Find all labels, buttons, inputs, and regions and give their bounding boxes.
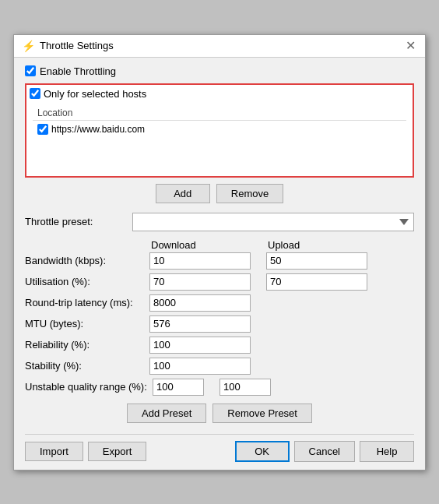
titlebar: ⚡ Throttle Settings ✕ bbox=[14, 35, 425, 58]
bottom-right-buttons: OK Cancel Help bbox=[235, 441, 414, 462]
add-preset-button[interactable]: Add Preset bbox=[127, 404, 206, 423]
bottom-buttons-row: Import Export OK Cancel Help bbox=[25, 434, 414, 462]
host-checkbox[interactable] bbox=[37, 124, 48, 135]
column-headers: Download Upload bbox=[25, 239, 414, 251]
reliability-row: Reliability (%): bbox=[25, 337, 414, 354]
add-host-button[interactable]: Add bbox=[156, 184, 210, 203]
only-for-hosts-checkbox[interactable] bbox=[30, 88, 40, 99]
export-button[interactable]: Export bbox=[88, 442, 147, 461]
stability-label: Stability (%): bbox=[25, 360, 149, 372]
utilisation-download-input[interactable] bbox=[149, 273, 251, 291]
bandwidth-row: Bandwidth (kbps): bbox=[25, 252, 414, 270]
hosts-box: Only for selected hosts Location bbox=[25, 83, 414, 178]
utilisation-row: Utilisation (%): bbox=[25, 273, 414, 291]
close-button[interactable]: ✕ bbox=[404, 40, 417, 52]
unstable-row: Unstable quality range (%): bbox=[25, 379, 414, 396]
host-entry: https://www.baidu.com bbox=[37, 122, 402, 136]
bandwidth-label: Bandwidth (kbps): bbox=[25, 255, 149, 266]
cancel-button[interactable]: Cancel bbox=[294, 441, 355, 462]
add-remove-row: Add Remove bbox=[25, 184, 414, 203]
unstable-val1-input[interactable] bbox=[153, 379, 204, 396]
preset-label: Throttle preset: bbox=[25, 216, 126, 227]
latency-label: Round-trip latency (ms): bbox=[25, 297, 149, 308]
table-row: https://www.baidu.com bbox=[33, 120, 406, 138]
unstable-label: Unstable quality range (%): bbox=[25, 381, 149, 393]
host-url: https://www.baidu.com bbox=[51, 124, 145, 135]
reliability-label: Reliability (%): bbox=[25, 339, 149, 351]
unstable-val2-input[interactable] bbox=[220, 379, 271, 396]
bandwidth-download-input[interactable] bbox=[149, 252, 251, 270]
enable-throttling-row: Enable Throttling bbox=[25, 65, 414, 77]
hosts-table: Location https://www.baidu.com bbox=[33, 106, 406, 138]
titlebar-icon: ⚡ bbox=[22, 40, 35, 52]
hosts-area: Location https://www.baidu.com bbox=[30, 103, 409, 173]
only-for-hosts-label: Only for selected hosts bbox=[44, 88, 146, 100]
download-header: Download bbox=[149, 239, 266, 251]
enable-throttling-label: Enable Throttling bbox=[40, 65, 116, 77]
only-for-hosts-row: Only for selected hosts bbox=[30, 88, 409, 100]
mtu-input[interactable] bbox=[149, 315, 251, 333]
utilisation-upload-input[interactable] bbox=[266, 273, 367, 291]
hosts-column-header: Location bbox=[33, 106, 406, 121]
stability-row: Stability (%): bbox=[25, 358, 414, 375]
bottom-left-buttons: Import Export bbox=[25, 442, 146, 461]
preset-buttons-row: Add Preset Remove Preset bbox=[25, 404, 414, 423]
enable-throttling-checkbox[interactable] bbox=[25, 65, 36, 76]
dialog-title: Throttle Settings bbox=[40, 40, 114, 51]
remove-preset-button[interactable]: Remove Preset bbox=[212, 404, 312, 423]
ok-button[interactable]: OK bbox=[235, 441, 290, 462]
dialog-content: Enable Throttling Only for selected host… bbox=[14, 58, 425, 470]
reliability-input[interactable] bbox=[149, 337, 251, 354]
latency-row: Round-trip latency (ms): bbox=[25, 294, 414, 312]
mtu-label: MTU (bytes): bbox=[25, 318, 149, 330]
bandwidth-upload-input[interactable] bbox=[266, 252, 367, 270]
preset-row: Throttle preset: bbox=[25, 213, 414, 231]
mtu-row: MTU (bytes): bbox=[25, 315, 414, 333]
help-button[interactable]: Help bbox=[360, 441, 414, 462]
remove-host-button[interactable]: Remove bbox=[216, 184, 283, 203]
import-button[interactable]: Import bbox=[25, 442, 83, 461]
preset-select[interactable] bbox=[132, 213, 414, 231]
upload-header: Upload bbox=[266, 239, 383, 251]
titlebar-left: ⚡ Throttle Settings bbox=[22, 40, 114, 52]
stability-input[interactable] bbox=[149, 358, 251, 375]
latency-input[interactable] bbox=[149, 294, 251, 312]
throttle-dialog: ⚡ Throttle Settings ✕ Enable Throttling … bbox=[13, 34, 426, 471]
utilisation-label: Utilisation (%): bbox=[25, 276, 149, 287]
